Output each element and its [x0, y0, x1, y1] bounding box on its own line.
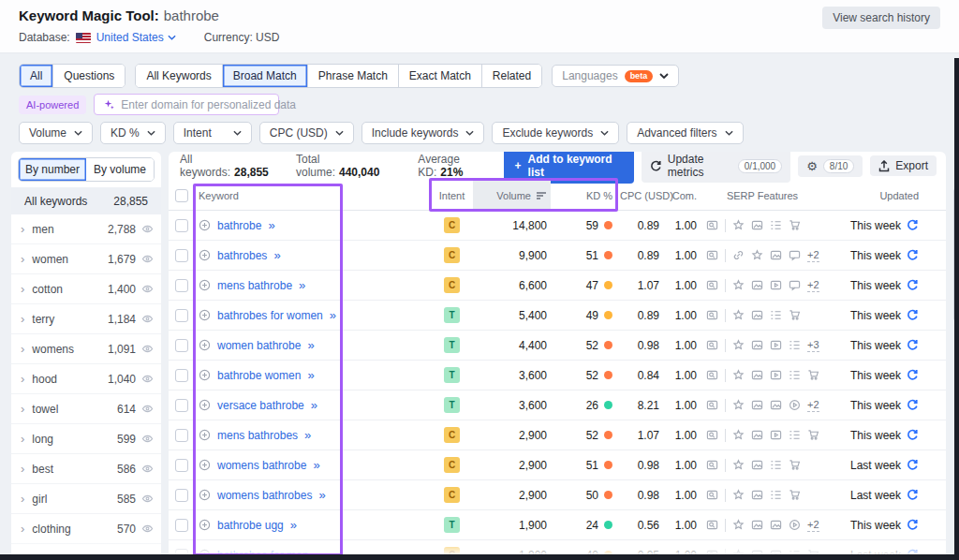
row-checkbox[interactable] — [175, 429, 188, 442]
sidebar-group-women[interactable]: › women 1,679 — [11, 244, 161, 274]
column-keyword[interactable]: Keyword — [195, 190, 431, 201]
column-intent[interactable]: Intent — [431, 190, 473, 201]
add-keyword-icon[interactable] — [199, 369, 211, 381]
chevron-right-icon[interactable]: › — [21, 372, 24, 386]
chevron-right-icon[interactable]: › — [21, 312, 24, 326]
row-checkbox[interactable] — [175, 279, 188, 292]
sidebar-group-terry[interactable]: › terry 1,184 — [11, 304, 161, 334]
row-checkbox[interactable] — [175, 369, 188, 382]
tab-related[interactable]: Related — [482, 65, 541, 87]
keyword-link[interactable]: womens bathrobe — [217, 459, 306, 472]
sidebar-group-hood[interactable]: › hood 1,040 — [11, 364, 161, 394]
sidebar-group-men[interactable]: › men 2,788 — [11, 214, 161, 244]
sidebar-group-girl[interactable]: › girl 585 — [11, 484, 161, 514]
eye-icon[interactable] — [141, 223, 154, 235]
keyword-expand-icon[interactable]: » — [307, 338, 314, 352]
keyword-expand-icon[interactable]: » — [290, 518, 297, 532]
column-volume[interactable]: Volume — [473, 180, 551, 211]
add-keyword-icon[interactable] — [199, 219, 211, 231]
keyword-link[interactable]: mens bathrobes — [217, 429, 298, 442]
eye-icon[interactable] — [141, 463, 154, 475]
keyword-expand-icon[interactable]: » — [311, 398, 317, 412]
keyword-expand-icon[interactable]: » — [273, 248, 280, 262]
keyword-expand-icon[interactable]: » — [330, 308, 336, 322]
keyword-expand-icon[interactable]: » — [307, 368, 314, 382]
database-selector[interactable]: United States — [96, 31, 176, 44]
row-checkbox[interactable] — [175, 489, 188, 502]
filter-intent[interactable]: Intent — [173, 122, 252, 144]
filter-include-keywords[interactable]: Include keywords — [361, 122, 485, 144]
sidebar-group-long[interactable]: › long 599 — [11, 424, 161, 454]
filter-exclude-keywords[interactable]: Exclude keywords — [492, 122, 619, 144]
row-checkbox[interactable] — [175, 249, 188, 262]
add-keyword-icon[interactable] — [199, 339, 211, 351]
keyword-link[interactable]: versace bathrobe — [217, 399, 304, 412]
serp-more[interactable]: +2 — [807, 249, 819, 262]
eye-icon[interactable] — [141, 253, 154, 265]
sidebar-group-kids[interactable]: › kids 524 — [11, 544, 161, 554]
chevron-right-icon[interactable]: › — [21, 522, 24, 536]
select-all-checkbox[interactable] — [175, 189, 188, 202]
add-to-keyword-list-button[interactable]: + Add to keyword list — [504, 152, 634, 184]
tab-all[interactable]: All — [20, 65, 53, 87]
sidebar-all-keywords[interactable]: All keywords 28,855 — [11, 187, 161, 214]
add-keyword-icon[interactable] — [199, 459, 211, 471]
row-checkbox[interactable] — [175, 219, 188, 232]
tab-all-keywords[interactable]: All Keywords — [136, 65, 222, 87]
keyword-link[interactable]: womens bathrobes — [217, 489, 312, 502]
eye-icon[interactable] — [141, 523, 154, 535]
chevron-right-icon[interactable]: › — [21, 222, 24, 236]
refresh-icon[interactable] — [907, 369, 919, 381]
add-keyword-icon[interactable] — [199, 429, 211, 441]
eye-icon[interactable] — [141, 343, 154, 355]
row-checkbox[interactable] — [175, 459, 188, 472]
eye-icon[interactable] — [141, 493, 154, 505]
tab-broad-match[interactable]: Broad Match — [223, 65, 308, 87]
chevron-right-icon[interactable]: › — [21, 252, 24, 266]
filter-advanced-filters[interactable]: Advanced filters — [627, 122, 743, 144]
refresh-icon[interactable] — [907, 339, 919, 351]
refresh-icon[interactable] — [907, 279, 919, 291]
settings-button[interactable]: ⚙ 8/10 — [798, 155, 863, 177]
keyword-link[interactable]: mens bathrobe — [217, 279, 292, 292]
chevron-right-icon[interactable]: › — [21, 492, 24, 506]
keyword-expand-icon[interactable]: » — [313, 458, 319, 472]
row-checkbox[interactable] — [175, 519, 188, 532]
add-keyword-icon[interactable] — [199, 279, 211, 291]
keyword-link[interactable]: bathrobes for women — [217, 309, 323, 322]
sidebar-group-clothing[interactable]: › clothing 570 — [11, 514, 161, 544]
chevron-right-icon[interactable]: › — [21, 432, 24, 446]
keyword-expand-icon[interactable]: » — [299, 278, 305, 292]
chevron-right-icon[interactable]: › — [21, 402, 24, 416]
column-serp-features[interactable]: SERP Features — [701, 190, 824, 201]
sidebar-group-womens[interactable]: › womens 1,091 — [11, 334, 161, 364]
eye-icon[interactable] — [141, 313, 154, 325]
toggle-by-volume[interactable]: By volume — [86, 158, 154, 181]
row-checkbox[interactable] — [175, 309, 188, 322]
languages-dropdown[interactable]: Languages beta — [552, 65, 679, 87]
serp-more[interactable]: +3 — [807, 339, 819, 352]
keyword-expand-icon[interactable]: » — [318, 488, 325, 502]
view-search-history-button[interactable]: View search history — [822, 7, 940, 29]
keyword-link[interactable]: bathrobes — [217, 249, 267, 262]
column-com[interactable]: Com. — [663, 190, 701, 201]
add-keyword-icon[interactable] — [199, 489, 211, 501]
sidebar-group-best[interactable]: › best 586 — [11, 454, 161, 484]
toggle-by-number[interactable]: By number — [19, 158, 86, 181]
keyword-expand-icon[interactable]: » — [268, 218, 274, 232]
add-keyword-icon[interactable] — [199, 249, 211, 261]
refresh-icon[interactable] — [907, 219, 919, 231]
filter-cpc-usd-[interactable]: CPC (USD) — [259, 122, 354, 144]
keyword-link[interactable]: women bathrobe — [217, 339, 301, 352]
refresh-icon[interactable] — [907, 399, 919, 411]
add-keyword-icon[interactable] — [199, 399, 211, 411]
chevron-right-icon[interactable]: › — [21, 282, 24, 296]
eye-icon[interactable] — [141, 433, 154, 445]
row-checkbox[interactable] — [175, 339, 188, 352]
refresh-icon[interactable] — [907, 309, 919, 321]
eye-icon[interactable] — [141, 403, 154, 415]
tab-phrase-match[interactable]: Phrase Match — [308, 65, 399, 87]
tab-exact-match[interactable]: Exact Match — [399, 65, 482, 87]
sidebar-group-cotton[interactable]: › cotton 1,400 — [11, 274, 161, 304]
tab-questions[interactable]: Questions — [53, 65, 125, 87]
